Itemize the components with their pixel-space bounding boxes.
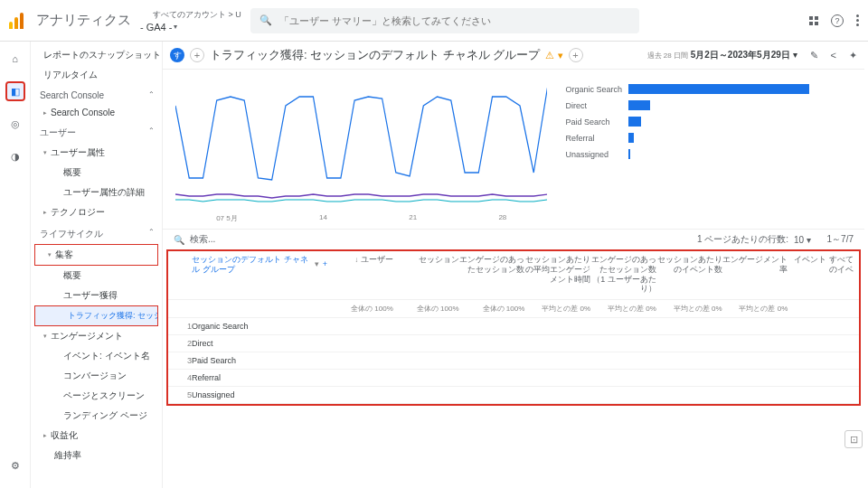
table-row[interactable]: 3Paid Search	[168, 352, 859, 370]
sidebar-mon[interactable]: 収益化	[31, 426, 162, 446]
property-name: - GA4 -	[140, 22, 241, 33]
sidebar-ret[interactable]: 維持率	[31, 446, 162, 465]
breadcrumb: すべてのアカウント > U	[153, 9, 241, 21]
search-wrap: 🔍	[250, 8, 800, 33]
sidebar-tech[interactable]: テクノロジー	[31, 202, 162, 222]
home-icon[interactable]: ⌂	[5, 49, 25, 69]
reports-icon[interactable]: ◧	[5, 81, 25, 101]
settings-icon[interactable]: ⚙	[5, 455, 25, 475]
analytics-logo	[9, 13, 25, 29]
sidebar-acq-traffic[interactable]: トラフィック獲得: セッショ...	[34, 305, 158, 326]
bar-row: Direct	[565, 100, 852, 110]
sidebar-snapshot[interactable]: レポートのスナップショット	[31, 45, 162, 65]
search-icon: 🔍	[259, 14, 272, 26]
sidebar-user-attr[interactable]: ユーザー属性	[31, 143, 162, 163]
property-selector[interactable]: すべてのアカウント > U - GA4 -	[140, 9, 241, 33]
sidebar-eng-land[interactable]: ランディング ページ	[31, 406, 162, 426]
app-header: アナリティクス すべてのアカウント > U - GA4 - 🔍 ?	[0, 0, 868, 42]
bar-row: Organic Search	[565, 84, 852, 94]
table-search[interactable]: 検索...	[190, 233, 215, 246]
sidebar-eng-page[interactable]: ページとスクリーン	[31, 386, 162, 406]
dim-header[interactable]: セッションのデフォルト チャネル グループ ▾ +	[192, 255, 327, 275]
sidebar-sec-life: ライフサイクル⌃	[31, 222, 162, 244]
feedback-icon[interactable]: ⊡	[844, 430, 863, 448]
sidebar-user-det[interactable]: ユーザー属性の詳細	[31, 183, 162, 202]
insights-icon[interactable]: ✦	[849, 50, 857, 61]
line-chart: 07 5月142128	[175, 79, 547, 223]
table-summary: 全体の 100% 全体の 100% 全体の 100% 平均との差 0% 平均との…	[168, 300, 859, 318]
page-header: す + トラフィック獲得: セッションのデフォルト チャネル グループ ⚠ ▾ …	[163, 42, 864, 70]
report-sidebar: レポートのスナップショット リアルタイム Search Console⌃ Sea…	[31, 42, 163, 488]
apps-icon[interactable]	[809, 16, 818, 25]
advertising-icon[interactable]: ◑	[5, 146, 25, 166]
sidebar-eng[interactable]: エンゲージメント	[31, 326, 162, 346]
brand-name: アナリティクス	[36, 12, 131, 29]
pagination-range: 1～7/7	[827, 233, 854, 246]
table-row[interactable]: 4Referral	[168, 370, 859, 387]
rows-select[interactable]: 10 ▾	[794, 235, 811, 245]
date-picker[interactable]: 過去 28 日間 5月2日～2023年5月29日 ▾	[647, 49, 797, 61]
filter-pill[interactable]: す	[170, 48, 184, 62]
table-header: セッションのデフォルト チャネル グループ ▾ + ↓ ユーザー セッション エ…	[168, 251, 859, 300]
bar-row: Referral	[565, 133, 852, 143]
bar-row: Unassigned	[565, 149, 852, 159]
sidebar-eng-ev[interactable]: イベント: イベント名	[31, 346, 162, 366]
sidebar-sc[interactable]: Search Console	[31, 104, 162, 121]
bar-row: Paid Search	[565, 117, 852, 127]
share-icon[interactable]: <	[831, 50, 836, 61]
sidebar-sec-sc: Search Console⌃	[31, 85, 162, 104]
main-content: す + トラフィック獲得: セッションのデフォルト チャネル グループ ⚠ ▾ …	[163, 42, 864, 484]
sidebar-user-ov[interactable]: 概要	[31, 163, 162, 183]
add-comparison[interactable]: +	[569, 48, 583, 62]
table-toolbar: 🔍 検索... 1 ページあたりの行数: 10 ▾ 1～7/7	[163, 229, 864, 249]
rows-label: 1 ページあたりの行数:	[697, 233, 788, 246]
sidebar-eng-conv[interactable]: コンバージョン	[31, 366, 162, 386]
table-search-icon[interactable]: 🔍	[174, 235, 184, 245]
add-filter[interactable]: +	[190, 48, 204, 62]
search-input[interactable]	[279, 15, 630, 26]
customize-icon[interactable]: ✎	[810, 50, 818, 61]
data-table: セッションのデフォルト チャネル グループ ▾ + ↓ ユーザー セッション エ…	[166, 249, 861, 406]
warning-icon[interactable]: ⚠ ▾	[545, 50, 562, 61]
help-icon[interactable]: ?	[831, 14, 844, 27]
page-title: トラフィック獲得: セッションのデフォルト チャネル グループ	[210, 47, 540, 63]
table-row[interactable]: 1Organic Search	[168, 318, 859, 335]
more-icon[interactable]	[856, 14, 859, 26]
sidebar-sec-user: ユーザー⌃	[31, 121, 162, 143]
sidebar-acq-user[interactable]: ユーザー獲得	[31, 286, 162, 305]
explore-icon[interactable]: ◎	[5, 114, 25, 134]
bar-chart: Organic SearchDirectPaid SearchReferralU…	[565, 79, 852, 223]
sidebar-acq-ov[interactable]: 概要	[31, 266, 162, 286]
sidebar-acq[interactable]: 集客	[34, 244, 158, 266]
table-row[interactable]: 2Direct	[168, 335, 859, 352]
table-row[interactable]: 5Unassigned	[168, 387, 859, 404]
sidebar-realtime[interactable]: リアルタイム	[31, 65, 162, 85]
nav-rail: ⌂ ◧ ◎ ◑ ⚙	[0, 42, 31, 488]
